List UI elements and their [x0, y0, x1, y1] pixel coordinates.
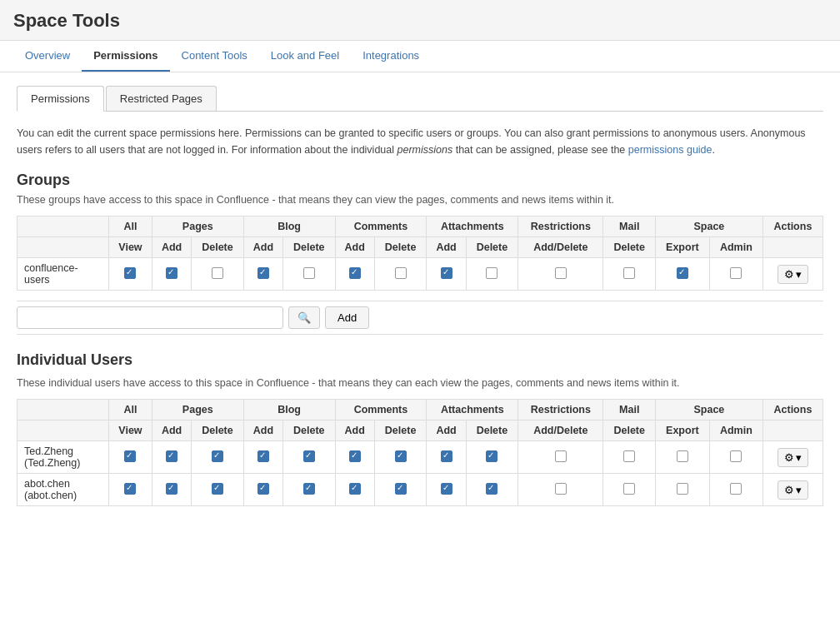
cb-groups-pages-add[interactable]	[166, 267, 178, 279]
groups-gear-button[interactable]: ⚙ ▾	[778, 265, 808, 284]
groups-add-button[interactable]: Add	[325, 306, 369, 329]
cb-ted-blog-add[interactable]	[258, 450, 269, 462]
cb-abot-export[interactable]	[677, 483, 688, 495]
groups-row-name: confluence-users	[18, 258, 109, 291]
chevron-down-icon: ▾	[796, 268, 802, 281]
cb-abot-blog-delete[interactable]	[303, 483, 315, 495]
cb-ted-all-view[interactable]	[124, 450, 136, 462]
user-ted-username: (Ted.Zheng)	[24, 457, 80, 469]
cb-groups-blog-add[interactable]	[258, 267, 269, 279]
cb-ted-export[interactable]	[677, 450, 688, 462]
cb-ted-attach-delete[interactable]	[486, 450, 498, 462]
cb-ted-restrictions[interactable]	[555, 450, 567, 462]
cb-groups-restrictions[interactable]	[555, 267, 567, 279]
cb-ted-comments-delete[interactable]	[395, 450, 407, 462]
cb-ted-blog-delete[interactable]	[303, 450, 315, 462]
cb-abot-blog-add[interactable]	[258, 483, 269, 495]
users-col-empty	[18, 400, 109, 420]
cb-ted-pages-add[interactable]	[166, 450, 178, 462]
groups-heading: Groups	[17, 172, 823, 189]
nav-permissions[interactable]: Permissions	[82, 41, 169, 72]
user-row-ted-zheng: Ted.Zheng (Ted.Zheng) ⚙	[18, 441, 823, 474]
user-ted-cb-restrictions	[518, 441, 603, 474]
cb-abot-admin[interactable]	[730, 483, 742, 495]
user-ted-cb-pages-delete	[192, 441, 243, 474]
groups-col-blog: Blog	[243, 216, 335, 237]
cb-ted-comments-add[interactable]	[349, 450, 361, 462]
groups-search-button[interactable]: 🔍	[288, 306, 320, 329]
users-sub-pages-delete: Delete	[192, 420, 243, 441]
cb-abot-attach-add[interactable]	[441, 483, 452, 495]
groups-sub-attachments-add: Add	[427, 237, 466, 258]
cb-abot-comments-delete[interactable]	[395, 483, 407, 495]
cb-groups-admin[interactable]	[730, 267, 742, 279]
user-ted-cb-view	[109, 441, 152, 474]
groups-cb-attachments-delete	[466, 258, 518, 291]
cb-abot-pages-delete[interactable]	[212, 483, 223, 495]
user-ted-cb-blog-add	[243, 441, 282, 474]
cb-abot-all-view[interactable]	[124, 483, 136, 495]
user-abot-name: abot.chen (abot.chen)	[18, 474, 109, 506]
tab-permissions[interactable]: Permissions	[17, 86, 104, 112]
cb-ted-mail[interactable]	[623, 450, 635, 462]
users-heading: Individual Users	[17, 351, 823, 369]
nav-integrations[interactable]: Integrations	[351, 41, 431, 72]
cb-abot-pages-add[interactable]	[166, 483, 178, 495]
users-sub-attachments-add: Add	[427, 420, 466, 441]
users-sub-actions	[762, 420, 822, 441]
groups-table: All Pages Blog Comments Attachments Rest…	[17, 216, 823, 291]
cb-groups-all-view[interactable]	[124, 267, 136, 279]
groups-cb-space-export	[655, 258, 709, 291]
groups-sub-comments-delete: Delete	[374, 237, 426, 258]
groups-sub-space-admin: Admin	[709, 237, 762, 258]
cb-groups-attach-add[interactable]	[441, 267, 452, 279]
nav-content-tools[interactable]: Content Tools	[170, 41, 259, 72]
user-abot-cb-pages-add	[152, 474, 191, 506]
user-ted-actions: ⚙ ▾	[762, 441, 822, 474]
page-title: Space Tools	[13, 10, 827, 32]
cb-abot-mail[interactable]	[623, 483, 635, 495]
user-ted-gear-button[interactable]: ⚙ ▾	[778, 448, 808, 467]
user-ted-cb-export	[655, 441, 709, 474]
cb-ted-attach-add[interactable]	[441, 450, 452, 462]
groups-search-row: 🔍 Add	[17, 301, 823, 335]
cb-abot-restrictions[interactable]	[555, 483, 567, 495]
groups-cb-attachments-add	[427, 258, 466, 291]
groups-sub-attachments-delete: Delete	[466, 237, 518, 258]
cb-ted-admin[interactable]	[730, 450, 742, 462]
user-abot-cb-comments-delete	[374, 474, 426, 506]
groups-col-pages: Pages	[152, 216, 243, 237]
cb-abot-comments-add[interactable]	[349, 483, 361, 495]
cb-groups-mail[interactable]	[623, 267, 635, 279]
groups-col-mail: Mail	[603, 216, 655, 237]
groups-search-input[interactable]	[17, 306, 283, 329]
users-col-all: All	[109, 400, 152, 420]
users-subtext: These individual users have access to th…	[17, 377, 823, 389]
user-ted-cb-admin	[709, 441, 762, 474]
cb-ted-pages-delete[interactable]	[212, 450, 223, 462]
groups-col-space: Space	[655, 216, 762, 237]
nav-look-feel[interactable]: Look and Feel	[259, 41, 351, 72]
cb-groups-attach-delete[interactable]	[486, 267, 498, 279]
user-abot-cb-attach-delete	[466, 474, 518, 506]
groups-subtext: These groups have access to this space i…	[17, 194, 823, 206]
user-abot-gear-button[interactable]: ⚙ ▾	[778, 480, 808, 500]
permissions-guide-link[interactable]: permissions guide	[628, 144, 712, 156]
users-col-header-row: All Pages Blog Comments Attachments Rest…	[18, 400, 823, 420]
nav-overview[interactable]: Overview	[13, 41, 82, 72]
cb-groups-pages-delete[interactable]	[212, 267, 223, 279]
cb-abot-attach-delete[interactable]	[486, 483, 498, 495]
user-abot-cb-mail	[603, 474, 655, 506]
cb-groups-blog-delete[interactable]	[303, 267, 315, 279]
cb-groups-export[interactable]	[677, 267, 688, 279]
info-text-part2: that can be assigned, please see the	[452, 144, 628, 156]
users-sub-comments-add: Add	[335, 420, 374, 441]
user-ted-cb-blog-delete	[283, 441, 335, 474]
groups-sub-pages-add: Add	[152, 237, 191, 258]
cb-groups-comments-add[interactable]	[349, 267, 361, 279]
user-ted-cb-mail	[603, 441, 655, 474]
groups-sub-header-row: View Add Delete Add Delete Add Delete Ad…	[18, 237, 823, 258]
chevron-down-icon: ▾	[796, 451, 802, 464]
tab-restricted-pages[interactable]: Restricted Pages	[106, 86, 217, 111]
cb-groups-comments-delete[interactable]	[395, 267, 407, 279]
